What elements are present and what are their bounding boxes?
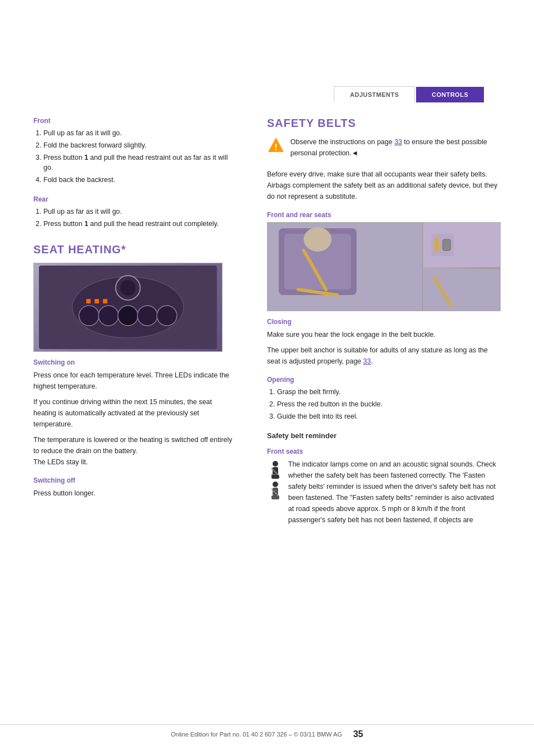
svg-rect-32 [273,488,278,495]
intro-text: Before every drive, make sure that all o… [267,169,501,202]
list-item: Pull up as far as it will go. [43,128,234,139]
right-column: SAFETY BELTS ! Observe the instructions … [267,117,501,534]
svg-rect-23 [443,239,451,251]
switching-on-text1: Press once for each temperature level. T… [33,370,234,392]
svg-point-3 [98,306,118,326]
opening-label: Opening [267,376,501,384]
safety-belt-reminder-label: Safety belt reminder [267,431,501,440]
warning-box: ! Observe the instructions on page 33 to… [267,136,501,163]
left-column: Front Pull up as far as it will go. Fold… [33,117,245,534]
switching-on-text3: The temperature is lowered or the heatin… [33,434,234,468]
reminder-block: The indicator lamps come on and an acous… [267,459,501,530]
svg-point-2 [79,306,99,326]
person-belt-icon-2 [267,480,284,500]
svg-rect-7 [86,299,91,303]
svg-text:!: ! [274,143,277,152]
svg-point-11 [120,280,136,296]
svg-point-6 [157,306,177,326]
svg-point-5 [137,306,157,326]
page-number: 35 [353,729,363,739]
safety-belts-title: SAFETY BELTS [267,117,501,130]
rear-label: Rear [33,195,234,203]
front-label: Front [33,117,234,125]
switching-off-label: Switching off [33,477,234,484]
front-rear-seats-label: Front and rear seats [267,211,501,219]
tab-adjustments[interactable]: ADJUSTMENTS [334,86,415,102]
page-container: ADJUSTMENTS CONTROLS Front Pull up as fa… [0,0,534,756]
rear-section: Rear Pull up as far as it will go. Press… [33,195,234,229]
closing-page-ref[interactable]: 33 [363,357,371,365]
list-item: Fold the backrest forward slightly. [43,140,234,151]
front-steps-list: Pull up as far as it will go. Fold the b… [33,128,234,185]
list-item: Guide the belt into its reel. [277,411,501,422]
list-item: Grasp the belt firmly. [277,387,501,397]
list-item: Press button 1 and pull the head restrai… [43,219,234,229]
warning-page-ref[interactable]: 33 [394,138,402,146]
list-item: Pull up as far as it will go. [43,207,234,217]
warning-icon: ! [267,136,285,154]
closing-label: Closing [267,318,501,326]
list-item: Press the red button in the buckle. [277,399,501,410]
belt-img-side [423,223,500,311]
footer-text: Online Edition for Part no. 01 40 2 607 … [171,731,342,738]
adjustments-tab-label: ADJUSTMENTS [350,91,399,98]
svg-point-17 [304,227,332,252]
switching-on-label: Switching on [33,359,234,366]
svg-rect-22 [434,238,439,252]
switching-on-text2: If you continue driving within the next … [33,396,234,430]
belt-img-main [268,223,423,311]
front-seats-label: Front seats [267,448,501,455]
seat-heating-image [33,263,222,352]
svg-rect-9 [103,299,107,303]
tab-controls[interactable]: CONTROLS [416,87,484,102]
front-section: Front Pull up as far as it will go. Fold… [33,117,234,185]
page-footer: Online Edition for Part no. 01 40 2 607 … [0,724,534,739]
seat-heating-section: SEAT HEATING* [33,243,234,499]
seat-img-inner [34,263,222,351]
closing-text2: The upper belt anchor is suitable for ad… [267,345,501,367]
svg-rect-30 [271,475,279,479]
belt-img-side-bottom [423,269,500,311]
list-item: Fold back the backrest. [43,175,234,185]
seat-heating-svg [39,266,217,349]
list-item: Press button 1 and pull the head restrai… [43,153,234,174]
warning-text: Observe the instructions on page 33 to e… [290,136,501,159]
belt-img-side-top [423,223,500,269]
svg-point-4 [118,306,138,326]
svg-rect-24 [423,269,500,311]
safety-belt-images [267,222,501,311]
svg-rect-8 [95,299,99,303]
rear-steps-list: Pull up as far as it will go. Press butt… [33,207,234,229]
controls-tab-label: CONTROLS [432,91,468,98]
svg-point-26 [273,461,278,467]
closing-text1: Make sure you hear the lock engage in th… [267,329,501,340]
switching-off-text: Press button longer. [33,488,234,499]
seat-heating-title: SEAT HEATING* [33,243,234,256]
content-area: Front Pull up as far as it will go. Fold… [0,0,534,534]
reminder-text: The indicator lamps come on and an acous… [288,459,501,526]
svg-rect-34 [271,495,279,499]
header-tabs: ADJUSTMENTS CONTROLS [334,86,484,102]
person-belt-icon-1 [267,460,284,479]
opening-steps-list: Grasp the belt firmly. Press the red but… [267,387,501,421]
svg-point-31 [273,482,278,487]
reminder-icons [267,460,284,500]
